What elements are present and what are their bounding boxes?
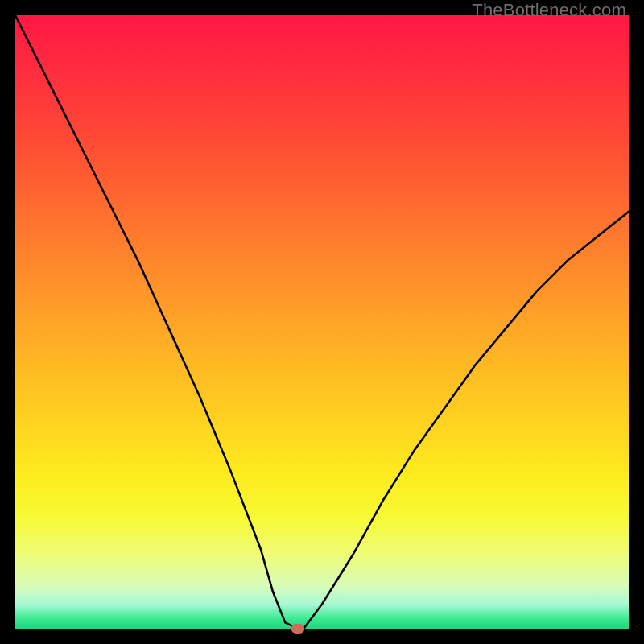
optimal-point-marker (291, 624, 304, 634)
watermark-text: TheBottleneck.com (472, 0, 626, 21)
chart-frame: TheBottleneck.com (0, 0, 644, 644)
plot-area (15, 15, 629, 629)
bottleneck-curve (15, 15, 629, 629)
